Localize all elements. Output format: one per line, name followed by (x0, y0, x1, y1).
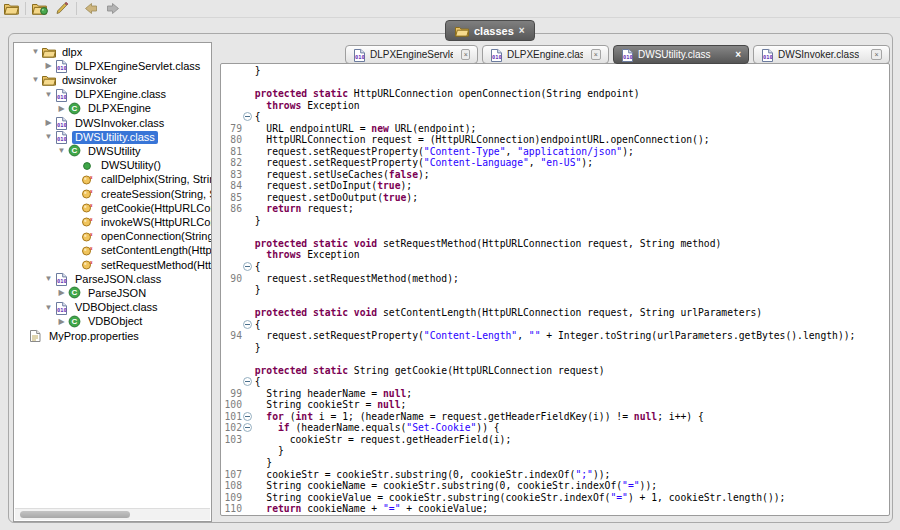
svg-text:s: s (89, 230, 93, 237)
editor-tab-dlpxengine-class[interactable]: 010DLPXEngine.class× (482, 45, 609, 64)
svg-text:010: 010 (57, 278, 67, 284)
close-icon[interactable]: × (871, 49, 882, 60)
collapse-triangle-icon[interactable]: ▼ (29, 45, 42, 59)
tree-item-dwsutility-[interactable]: DWSUtility() (14, 159, 211, 173)
svg-text:s: s (89, 173, 93, 180)
expand-triangle-icon[interactable]: ▶ (42, 116, 55, 130)
forward-icon (106, 2, 120, 15)
expand-triangle-icon[interactable]: ▶ (42, 59, 55, 73)
editor-tab-dlpxengineservlet-class[interactable]: 010DLPXEngineServlet.class× (345, 45, 478, 64)
collapse-triangle-icon[interactable]: ▼ (42, 130, 55, 144)
static-method-icon: s (81, 187, 95, 201)
toolbar-separator (25, 2, 26, 15)
tree-item-createsession-string-st[interactable]: screateSession(String, St (14, 187, 211, 201)
code-editor[interactable]: } protected static HttpURLConnection ope… (220, 63, 890, 516)
editor-tab-label: DLPXEngine.class (507, 49, 583, 60)
tree-item-dwsinvoker[interactable]: ▼dwsinvoker (14, 73, 211, 87)
code-text: request.setRequestMethod(method); (243, 273, 459, 285)
collapse-triangle-icon[interactable]: ▼ (42, 301, 55, 315)
static-method-icon: s (81, 201, 95, 215)
tree-item-invokews-httpurlconn[interactable]: sinvokeWS(HttpURLConn (14, 215, 211, 229)
class-file-icon: 010 (55, 116, 69, 130)
tree-item-vdbobject[interactable]: ▶CVDBObject (14, 315, 211, 329)
code-text: } (243, 215, 261, 227)
scrollbar-thumb[interactable] (20, 511, 130, 518)
line-number: 82 (221, 157, 242, 169)
code-text: protected static HttpURLConnection openC… (243, 88, 640, 100)
tree-item-getcookie-httpurlcon[interactable]: sgetCookie(HttpURLCon (14, 201, 211, 215)
tree-item-dlpxengine[interactable]: ▶CDLPXEngine (14, 102, 211, 116)
close-icon[interactable]: × (461, 49, 470, 60)
collapse-triangle-icon[interactable]: ▼ (42, 272, 55, 286)
tree-item-calldelphix-string-strin[interactable]: scallDelphix(String, Strin (14, 173, 211, 187)
code-text: String cookieValue = cookieStr.substring… (243, 492, 785, 504)
jd-gui-window: { "toolbar": { "buttons": [ {"icon": "op… (0, 0, 900, 530)
code-text: String cookieStr = null; (243, 399, 406, 411)
code-line: } (221, 284, 889, 296)
close-icon[interactable]: × (735, 49, 741, 60)
code-line: throws Exception (221, 249, 889, 261)
code-line: 99 String headerName = null; (221, 388, 889, 400)
folder-icon (455, 24, 469, 38)
tree-item-openconnection-string-[interactable]: sopenConnection(String) (14, 230, 211, 244)
tree-item-label: DLPXEngine.class (72, 88, 169, 101)
tree-item-dwsutility-class[interactable]: ▼010DWSUtility.class (14, 130, 211, 144)
code-text: protected static String getCookie(HttpUR… (243, 365, 605, 377)
code-text: if (headerName.equals("Set-Cookie")) { (243, 422, 500, 434)
expand-triangle-icon[interactable]: ▶ (55, 102, 68, 116)
tree-item-label: setContentLength(Http (98, 244, 211, 257)
tree-item-label: openConnection(String) (98, 230, 211, 243)
expand-triangle-icon[interactable]: ▶ (55, 286, 68, 300)
class-icon: C (68, 102, 82, 116)
horizontal-scrollbar (15, 508, 210, 520)
expand-triangle-icon[interactable]: ▶ (55, 315, 68, 329)
editor-tab-dwsutility-class[interactable]: 010DWSUtility.class× (613, 45, 749, 64)
search-pencil-button[interactable] (52, 1, 72, 16)
editor-tab-label: DWSUtility.class (638, 49, 711, 60)
class-icon: C (68, 315, 82, 329)
collapse-triangle-icon[interactable]: ▼ (55, 144, 68, 158)
tree-item-vdbobject-class[interactable]: ▼010VDBObject.class (14, 301, 211, 315)
tree-item-dlpxengineservlet-class[interactable]: ▶010DLPXEngineServlet.class (14, 59, 211, 73)
tree-item-label: VDBObject (85, 315, 145, 328)
code-text: request.setRequestProperty("Content-Leng… (243, 330, 855, 342)
code-text: request.setDoInput(true); (243, 180, 412, 192)
constructor-icon (81, 159, 95, 173)
svg-text:010: 010 (57, 136, 67, 142)
tree-item-dlpxengine-class[interactable]: ▼010DLPXEngine.class (14, 88, 211, 102)
tree-item-myprop-properties[interactable]: MyProp.properties (14, 329, 211, 343)
code-text: request.setUseCaches(false); (243, 169, 430, 181)
tree-item-dwsinvoker-class[interactable]: ▶010DWSInvoker.class (14, 116, 211, 130)
folder-tab-classes[interactable]: classes × (445, 20, 535, 41)
open-type-icon (32, 2, 48, 15)
tree-item-setrequestmethod-http[interactable]: ssetRequestMethod(Http (14, 258, 211, 272)
collapse-triangle-icon[interactable]: ▼ (29, 73, 42, 87)
code-line: protected static void setRequestMethod(H… (221, 238, 889, 250)
tree-item-dlpx[interactable]: ▼dlpx (14, 45, 211, 59)
svg-text:C: C (71, 104, 77, 113)
code-text: for (int i = 1; (headerName = request.ge… (243, 411, 704, 423)
code-text: request.setRequestProperty("Content-Type… (243, 146, 634, 158)
tree-item-parsejson-class[interactable]: ▼010ParseJSON.class (14, 272, 211, 286)
code-text: throws Exception (243, 100, 360, 112)
back-button[interactable] (81, 1, 101, 16)
code-line: } (221, 65, 889, 77)
line-number: 101 (221, 411, 242, 423)
tree-item-setcontentlength-http[interactable]: ssetContentLength(Http (14, 244, 211, 258)
svg-text:s: s (89, 201, 93, 208)
code-line: 100 String cookieStr = null; (221, 399, 889, 411)
open-type-button[interactable] (30, 1, 50, 16)
code-line: protected static HttpURLConnection openC… (221, 88, 889, 100)
close-icon[interactable]: × (519, 25, 525, 36)
class-file-icon: 010 (55, 88, 69, 102)
line-number: 102 (221, 422, 242, 434)
tree-item-dwsutility[interactable]: ▼CDWSUtility (14, 144, 211, 158)
tree-item-parsejson[interactable]: ▶CParseJSON (14, 286, 211, 300)
forward-button[interactable] (103, 1, 123, 16)
close-icon[interactable]: × (591, 49, 601, 60)
open-file-button[interactable] (1, 1, 21, 16)
editor-tab-dwsinvoker-class[interactable]: 010DWSInvoker.class× (753, 45, 890, 64)
collapse-triangle-icon[interactable]: ▼ (42, 88, 55, 102)
folder-icon (42, 45, 56, 59)
code-text: return cookieName + "=" + cookieValue; (243, 503, 488, 515)
